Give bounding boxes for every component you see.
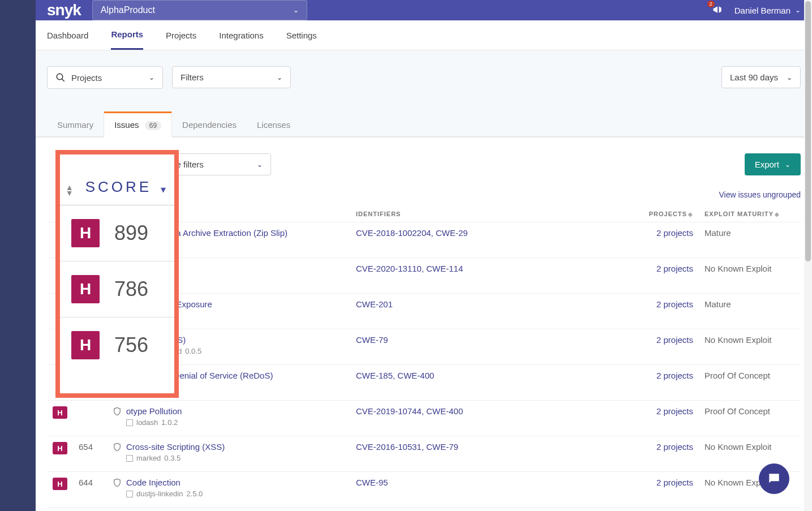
- user-menu[interactable]: Daniel Berman ⌄: [734, 6, 801, 15]
- sort-icon: ▲▼: [66, 184, 76, 196]
- tab-dependencies[interactable]: Dependencies: [172, 113, 247, 136]
- shield-icon: [113, 407, 122, 416]
- view-ungrouped-link[interactable]: View issues ungrouped: [719, 190, 801, 199]
- table-row: M644Open Redirectst 0.2.4CVE-2017-16224,…: [47, 508, 801, 512]
- package-line: lodash 1.0.2: [126, 418, 345, 427]
- score-value: 899: [114, 221, 148, 245]
- nav-reports[interactable]: Reports: [111, 20, 143, 50]
- tab-licenses[interactable]: Licenses: [247, 113, 300, 136]
- package-icon: [126, 455, 133, 462]
- score-value: 654: [73, 436, 107, 472]
- projects-filter-label: Projects: [71, 73, 102, 83]
- chevron-down-icon: ⌄: [787, 74, 792, 81]
- col-projects[interactable]: PROJECTS◆: [642, 206, 699, 222]
- identifier-link[interactable]: CVE-2019-10744, CWE-400: [356, 406, 463, 416]
- nav-integrations[interactable]: Integrations: [219, 22, 263, 49]
- severity-badge: H: [53, 478, 67, 490]
- shield-icon: [113, 478, 122, 487]
- score-header[interactable]: ▲▼ SCORE ▾: [60, 154, 174, 205]
- chevron-down-icon: ⌄: [293, 6, 299, 14]
- nav-settings[interactable]: Settings: [286, 22, 317, 49]
- projects-link[interactable]: 2 projects: [648, 406, 693, 416]
- col-identifiers[interactable]: IDENTIFIERS: [350, 206, 642, 222]
- chevron-down-icon: ⌄: [149, 74, 154, 81]
- identifier-link[interactable]: CWE-95: [356, 478, 388, 487]
- svg-line-1: [62, 79, 65, 81]
- identifier-link[interactable]: CWE-185, CWE-400: [356, 371, 434, 380]
- export-button[interactable]: Export ⌄: [745, 153, 801, 175]
- topbar-right: 2 Daniel Berman ⌄: [712, 4, 801, 17]
- exploit-maturity: Proof Of Concept: [699, 365, 801, 401]
- projects-link[interactable]: 2 projects: [648, 335, 693, 345]
- package-line: marked 0.3.5: [126, 454, 345, 462]
- chat-icon: [767, 471, 781, 486]
- table-row: Hotype Pollutionlodash 1.0.2CVE-2019-107…: [47, 401, 801, 436]
- tab-summary[interactable]: Summary: [47, 113, 104, 136]
- exploit-maturity: No Known Exploit: [699, 258, 801, 294]
- date-range-label: Last 90 days: [730, 72, 778, 82]
- scrollbar[interactable]: [804, 0, 812, 511]
- main-nav: Dashboard Reports Projects Integrations …: [36, 20, 812, 50]
- issues-count-badge: 69: [145, 121, 161, 130]
- exploit-maturity: No Known Exploit: [699, 436, 801, 472]
- caret-down-icon: ▾: [161, 183, 169, 196]
- score-value: 756: [114, 333, 148, 357]
- score-value: [73, 401, 107, 436]
- identifier-link[interactable]: CWE-201: [356, 299, 393, 309]
- exploit-maturity: Mature: [699, 222, 801, 258]
- app-root: snyk AlphaProduct ⌄ 2 Daniel Berman ⌄ Da…: [0, 0, 812, 511]
- scrollbar-thumb[interactable]: [805, 1, 811, 261]
- chevron-down-icon: ⌄: [785, 161, 790, 169]
- projects-filter[interactable]: Projects ⌄: [47, 66, 163, 89]
- package-icon: [126, 419, 133, 426]
- identifier-link[interactable]: CVE-2018-1002204, CWE-29: [356, 228, 468, 238]
- projects-link[interactable]: 2 projects: [648, 371, 693, 380]
- score-row: H899: [60, 205, 174, 261]
- projects-link[interactable]: 2 projects: [648, 264, 693, 273]
- chevron-down-icon: ⌄: [277, 74, 282, 81]
- issue-title-link[interactable]: Code Injection: [113, 478, 345, 487]
- identifier-link[interactable]: CWE-79: [356, 335, 388, 345]
- tab-issues-label: Issues: [114, 120, 139, 130]
- issue-title-link[interactable]: Cross-site Scripting (XSS): [113, 442, 345, 452]
- exploit-maturity: Proof Of Concept: [699, 401, 801, 436]
- severity-badge: H: [53, 406, 67, 419]
- notification-badge: 2: [707, 1, 715, 7]
- export-label: Export: [755, 160, 779, 169]
- nav-dashboard[interactable]: Dashboard: [47, 22, 88, 49]
- issue-title-link[interactable]: otype Pollution: [113, 406, 345, 416]
- projects-link[interactable]: 2 projects: [648, 478, 693, 487]
- projects-link[interactable]: 2 projects: [648, 228, 693, 238]
- table-row: H654Cross-site Scripting (XSS)marked 0.3…: [47, 436, 801, 472]
- main-container: snyk AlphaProduct ⌄ 2 Daniel Berman ⌄ Da…: [36, 0, 812, 511]
- sort-icon: ◆: [688, 211, 693, 217]
- left-sidebar: [0, 0, 36, 511]
- notifications-button[interactable]: 2: [712, 4, 723, 17]
- user-name: Daniel Berman: [734, 6, 790, 15]
- projects-link[interactable]: 2 projects: [648, 442, 693, 452]
- svg-point-0: [57, 74, 63, 80]
- filters-dropdown[interactable]: Filters ⌄: [172, 66, 291, 88]
- product-picker[interactable]: AlphaProduct ⌄: [92, 0, 307, 20]
- identifier-link[interactable]: CVE-2016-10531, CWE-79: [356, 442, 458, 452]
- score-row: H786: [60, 261, 174, 317]
- tab-issues[interactable]: Issues 69: [104, 111, 172, 138]
- chat-fab[interactable]: [759, 463, 789, 494]
- report-tabs: Summary Issues 69 Dependencies Licenses: [36, 89, 812, 138]
- exploit-maturity: No Known Exploit: [699, 329, 801, 365]
- col-exploit[interactable]: EXPLOIT MATURITY◆: [699, 206, 801, 222]
- search-icon: [55, 72, 66, 83]
- projects-link[interactable]: 2 projects: [648, 299, 693, 309]
- table-row: H644Code Injectiondustjs-linkedin 2.5.0C…: [47, 472, 801, 508]
- score-row: H756: [60, 317, 174, 373]
- date-range-picker[interactable]: Last 90 days ⌄: [721, 66, 801, 88]
- score-highlight-panel: ▲▼ SCORE ▾ H899H786H756: [55, 150, 179, 398]
- sort-icon: ◆: [775, 211, 780, 217]
- nav-projects[interactable]: Projects: [166, 22, 196, 49]
- exploit-maturity: Mature: [699, 508, 801, 512]
- chevron-down-icon: ⌄: [795, 6, 801, 14]
- score-value: 644: [73, 508, 107, 512]
- identifier-link[interactable]: CVE-2020-13110, CWE-114: [356, 264, 463, 273]
- shield-icon: [113, 443, 122, 452]
- package-icon: [126, 491, 133, 497]
